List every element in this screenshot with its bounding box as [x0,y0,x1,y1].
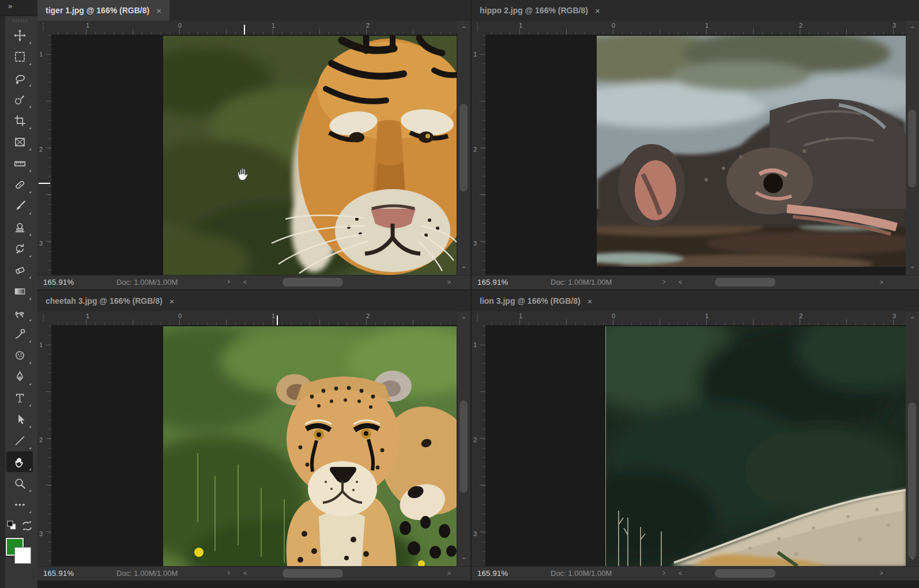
vertical-ruler[interactable]: 1 2 3 [472,35,486,275]
color-swatches [6,538,31,564]
tab-cheetah[interactable]: cheetah 3.jpg @ 166% (RGB/8) × [37,291,182,311]
scroll-left-icon[interactable]: < [679,278,682,285]
quick-selection-tool[interactable] [6,89,33,110]
canvas-viewport-hippo[interactable] [485,35,906,275]
vertical-scroll-thumb[interactable] [460,401,468,493]
ruler-origin[interactable] [472,311,486,326]
frame-tool[interactable] [6,131,33,152]
brush-tool[interactable] [6,195,33,216]
zoom-level-field[interactable]: 165.91% [43,278,74,287]
tab-tiger[interactable]: tiger 1.jpg @ 166% (RGB/8) × [37,0,170,21]
scroll-right-icon[interactable]: > [880,570,883,576]
scroll-down-icon[interactable]: ⌄ [457,553,470,563]
horizontal-ruler[interactable]: 1 0 1 2 3 [51,21,457,35]
ruler-label: 2 [366,312,370,319]
rect-marquee-tool[interactable] [6,46,33,67]
canvas-viewport-cheetah[interactable] [51,325,457,566]
close-icon[interactable]: × [587,296,593,306]
ruler-tool[interactable] [6,153,33,174]
ruler-origin[interactable] [37,311,52,326]
ruler-label: 1 [272,22,275,29]
dodge-tool[interactable] [6,323,33,344]
eraser-icon [14,264,26,276]
vertical-scroll-thumb[interactable] [908,402,916,558]
tab-title: cheetah 3.jpg @ 166% (RGB/8) [46,296,163,306]
close-icon[interactable]: × [156,6,161,16]
tabbar: lion 3.jpg @ 166% (RGB/8) × [472,291,919,312]
path-selection-tool[interactable] [6,409,33,429]
scroll-up-icon[interactable]: ⌃ [906,25,919,35]
vertical-ruler[interactable]: 1 2 3 [37,325,52,566]
scroll-left-icon[interactable]: < [243,278,247,285]
hand-tool[interactable] [6,451,33,472]
horizontal-scroll-thumb[interactable] [283,569,343,578]
tab-lion[interactable]: lion 3.jpg @ 166% (RGB/8) × [472,291,600,311]
horizontal-scroll-thumb[interactable] [283,278,343,287]
sponge-tool[interactable] [6,345,33,365]
line-tool[interactable] [6,430,33,451]
spot-healing-tool[interactable] [6,174,33,195]
document-size-info: Doc: 1.00M/1.00M [551,569,612,578]
tiger-photo [163,36,457,275]
move-tool[interactable] [6,25,33,46]
more-tools[interactable] [6,494,33,515]
vertical-ruler[interactable]: 1 2 3 [37,35,52,275]
swap-colors-icon[interactable] [23,521,32,530]
type-tool[interactable] [6,387,33,408]
ruler-origin[interactable] [472,21,486,35]
vertical-ruler[interactable]: 1 2 3 [472,325,486,566]
horizontal-scroll-thumb[interactable] [715,569,775,578]
horizontal-scroll-thumb[interactable] [715,278,775,287]
scroll-up-icon[interactable]: ⌃ [457,25,470,35]
status-menu-chevron-icon[interactable]: > [228,568,231,577]
scroll-down-icon[interactable]: ⌄ [906,262,919,272]
zoom-level-field[interactable]: 165.91% [477,278,508,287]
status-bar: 165.91% Doc: 1.00M/1.00M > < > [472,275,919,289]
tab-hippo[interactable]: hippo 2.jpg @ 166% (RGB/8) × [472,0,608,21]
ruler-origin[interactable] [37,21,52,35]
scroll-left-icon[interactable]: < [243,570,247,576]
smudge-tool[interactable] [6,302,33,323]
ruler-label: 0 [612,22,615,29]
scroll-up-icon[interactable]: ⌃ [906,316,919,325]
crop-icon [14,115,26,127]
scroll-down-icon[interactable]: ⌄ [906,553,919,563]
lasso-icon [14,72,26,84]
scroll-right-icon[interactable]: > [880,278,883,285]
canvas-viewport-lion[interactable] [485,325,906,566]
vertical-scrollbar[interactable]: ⌃ ⌄ [906,311,919,566]
status-menu-chevron-icon[interactable]: > [228,277,231,286]
close-icon[interactable]: × [595,6,600,16]
vertical-scroll-thumb[interactable] [908,110,916,187]
close-icon[interactable]: × [170,296,175,306]
status-menu-chevron-icon[interactable]: > [663,277,666,286]
scroll-up-icon[interactable]: ⌃ [457,316,470,325]
horizontal-ruler[interactable]: 1 0 1 2 3 [485,21,906,35]
default-colors-icon[interactable] [7,521,16,529]
horizontal-ruler[interactable]: 1 0 1 2 3 [485,311,906,326]
crop-tool[interactable] [6,110,33,131]
clone-stamp-tool[interactable] [6,217,33,238]
scroll-left-icon[interactable]: < [679,570,682,576]
scroll-down-icon[interactable]: ⌄ [457,262,470,272]
collapse-panel-button[interactable]: » [0,0,37,16]
canvas-viewport-tiger[interactable] [51,35,457,275]
background-color-swatch[interactable] [14,547,31,564]
horizontal-ruler[interactable]: 1 0 1 2 3 [51,311,457,326]
eraser-tool[interactable] [6,259,33,280]
lasso-tool[interactable] [6,67,33,88]
panel-grip-handle[interactable] [13,19,28,22]
scroll-right-icon[interactable]: > [447,278,451,285]
history-brush-tool[interactable] [6,238,33,259]
pen-tool[interactable] [6,366,33,387]
vertical-scrollbar[interactable]: ⌃ ⌄ [906,21,919,275]
zoom-tool[interactable] [6,473,33,493]
vertical-scrollbar[interactable]: ⌃ ⌄ [457,21,470,275]
zoom-level-field[interactable]: 165.91% [43,569,74,578]
vertical-scroll-thumb[interactable] [460,104,468,191]
zoom-level-field[interactable]: 165.91% [477,569,508,578]
status-menu-chevron-icon[interactable]: > [663,568,666,577]
scroll-right-icon[interactable]: > [447,570,451,576]
gradient-tool[interactable] [6,281,33,301]
vertical-scrollbar[interactable]: ⌃ ⌄ [457,311,470,566]
